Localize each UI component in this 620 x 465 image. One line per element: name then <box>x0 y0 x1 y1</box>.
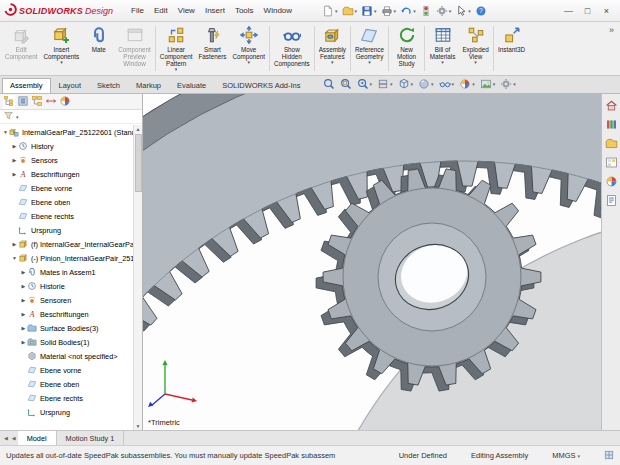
minimize-button[interactable]: — <box>559 4 578 18</box>
dropdown-arrow-icon[interactable]: ▾ <box>474 60 477 65</box>
menu-window[interactable]: Window <box>259 3 297 18</box>
tab-layout[interactable]: Layout <box>51 78 90 93</box>
panel-tab-featuremanager[interactable] <box>3 95 15 109</box>
undo-button[interactable]: ▾ <box>400 5 416 17</box>
panel-tab-configurationmanager[interactable] <box>31 95 43 109</box>
zoom-fit-button[interactable] <box>323 78 335 90</box>
close-button[interactable]: × <box>597 4 616 18</box>
dropdown-arrow-icon[interactable]: ▾ <box>331 60 334 65</box>
ribbon-smart-fasteners[interactable]: SmartFasteners <box>195 23 229 74</box>
tree-item-mates-in-assem1[interactable]: ▶Mates in Assem1 <box>0 265 142 279</box>
tab-evaluate[interactable]: Evaluate <box>169 78 214 93</box>
ribbon-overflow-chevron[interactable]: » <box>605 23 618 37</box>
filter-dropdown-icon[interactable]: ▾ <box>16 114 19 120</box>
view-settings-button[interactable]: ▾ <box>500 78 516 90</box>
expander-icon[interactable]: ▶ <box>20 311 27 317</box>
menu-file[interactable]: File <box>126 3 149 18</box>
tree-item-historie[interactable]: ▶Historie <box>0 279 142 293</box>
tree-scrollbar[interactable]: ▲ ▼ <box>133 125 142 430</box>
ribbon-new-motion-study[interactable]: NewMotionStudy <box>390 23 423 74</box>
tree-item-ebene-vorne[interactable]: Ebene vorne <box>0 363 142 377</box>
expander-icon[interactable]: ▶ <box>20 325 27 331</box>
menu-view[interactable]: View <box>173 3 200 18</box>
tree-item-ebene-vorne[interactable]: Ebene vorne <box>0 181 142 195</box>
tree-item-ebene-oben[interactable]: Ebene oben <box>0 195 142 209</box>
filter-icon[interactable] <box>3 110 14 123</box>
maximize-button[interactable]: □ <box>578 4 597 18</box>
units-selector[interactable]: MMGS▾ <box>552 451 580 460</box>
expander-icon[interactable]: ▶ <box>11 143 18 149</box>
zoom-area-button[interactable] <box>340 78 352 90</box>
prev-view-button[interactable]: ▾ <box>357 78 373 90</box>
ribbon-assembly-features[interactable]: AssemblyFeatures▾ <box>316 23 349 74</box>
settings-button[interactable]: ▾ <box>436 5 452 17</box>
rebuild-button[interactable] <box>420 5 432 17</box>
hide-items-button[interactable]: ▾ <box>439 78 455 90</box>
help-button[interactable]: ? <box>475 5 487 17</box>
apply-scene-button[interactable]: ▾ <box>480 78 496 90</box>
section-view-button[interactable]: ▾ <box>377 78 393 90</box>
expander-icon[interactable]: ▼ <box>2 129 9 135</box>
3d-viewport[interactable] <box>143 94 601 430</box>
dropdown-arrow-icon[interactable]: ▾ <box>368 60 371 65</box>
view-palette-button[interactable] <box>604 155 619 170</box>
ribbon-exploded-view[interactable]: ExplodedView▾ <box>459 23 492 74</box>
bottom-tab-motion-study-1[interactable]: Motion Study 1 <box>57 431 125 445</box>
tree-item-solid-bodies-1[interactable]: ▶Solid Bodies(1) <box>0 335 142 349</box>
panel-tab-propertymanager[interactable] <box>17 95 29 109</box>
ribbon-linear-component-pattern[interactable]: LinearComponentPattern▾ <box>157 23 196 74</box>
expander-icon[interactable]: ▼ <box>11 255 18 261</box>
tree-item-history[interactable]: ▶History <box>0 139 142 153</box>
status-icon[interactable] <box>604 450 614 462</box>
ribbon-insert-components[interactable]: InsertComponents▾ <box>41 23 83 74</box>
ribbon-show-hidden-components[interactable]: ShowHiddenComponents <box>271 23 313 74</box>
edit-appearance-button[interactable]: ▾ <box>459 78 475 90</box>
tab-scroll-icon[interactable]: ◀ <box>2 431 10 445</box>
appearances-button[interactable] <box>604 174 619 189</box>
scroll-down-icon[interactable]: ▼ <box>136 422 141 430</box>
tab-solidworks-add-ins[interactable]: SOLIDWORKS Add-Ins <box>214 78 308 93</box>
scroll-up-icon[interactable]: ▲ <box>136 125 141 133</box>
expander-icon[interactable]: ▶ <box>20 339 27 345</box>
menu-insert[interactable]: Insert <box>200 3 230 18</box>
ribbon-reference-geometry[interactable]: ReferenceGeometry▾ <box>352 23 387 74</box>
panel-tab-displaymanager[interactable] <box>59 95 71 109</box>
expander-icon[interactable]: ▶ <box>20 297 27 303</box>
save-button[interactable]: ▾ <box>361 5 377 17</box>
menu-edit[interactable]: Edit <box>149 3 173 18</box>
tree-item-ebene-rechts[interactable]: Ebene rechts <box>0 209 142 223</box>
tab-markup[interactable]: Markup <box>128 78 169 93</box>
file-explorer-button[interactable] <box>604 136 619 151</box>
panel-tab-dimxpertmanager[interactable] <box>45 95 57 109</box>
tree-item-ebene-rechts[interactable]: Ebene rechts <box>0 391 142 405</box>
open-folder-button[interactable]: ▾ <box>342 5 358 17</box>
display-style-button[interactable]: ▾ <box>418 78 434 90</box>
resources-home-button[interactable] <box>604 98 619 113</box>
tree-item-ebene-oben[interactable]: Ebene oben <box>0 377 142 391</box>
scrollbar-thumb[interactable] <box>135 134 142 192</box>
expander-icon[interactable]: ▶ <box>11 171 18 177</box>
tree-item-ursprung[interactable]: Ursprung <box>0 223 142 237</box>
dropdown-arrow-icon[interactable]: ▾ <box>60 60 63 65</box>
ribbon-bill-of-materials[interactable]: Bill ofMaterials▾ <box>426 23 459 74</box>
ribbon-instant3d[interactable]: Instant3D <box>495 23 528 74</box>
tab-assembly[interactable]: Assembly <box>2 78 51 93</box>
tree-item-pinion-internalgearpair-251[interactable]: ▼(-) Pinion_InternalGearPair_251 <box>0 251 142 265</box>
tree-item-material-not-specified[interactable]: Material <not specified> <box>0 349 142 363</box>
new-doc-button[interactable]: ▾ <box>322 5 338 17</box>
dropdown-arrow-icon[interactable]: ▾ <box>247 60 250 65</box>
expander-icon[interactable]: ▶ <box>20 283 27 289</box>
ribbon-move-component[interactable]: MoveComponent▾ <box>229 23 268 74</box>
menu-tools[interactable]: Tools <box>230 3 259 18</box>
dropdown-arrow-icon[interactable]: ▾ <box>441 60 444 65</box>
tree-item-ursprung[interactable]: Ursprung <box>0 405 142 419</box>
expander-icon[interactable]: ▶ <box>11 157 18 163</box>
tree-item-internalgearpair-25122601-standar[interactable]: ▼InternalGearPair_25122601 (Standar <box>0 125 142 139</box>
dropdown-arrow-icon[interactable]: ▾ <box>175 67 178 72</box>
tab-sketch[interactable]: Sketch <box>89 78 128 93</box>
expander-icon[interactable]: ▶ <box>11 241 18 247</box>
tree-item-sensoren[interactable]: ▶Sensoren <box>0 293 142 307</box>
design-library-button[interactable] <box>604 117 619 132</box>
expander-icon[interactable]: ▶ <box>20 269 27 275</box>
tree-item-beschriftungen[interactable]: ▶ABeschriftungen <box>0 307 142 321</box>
